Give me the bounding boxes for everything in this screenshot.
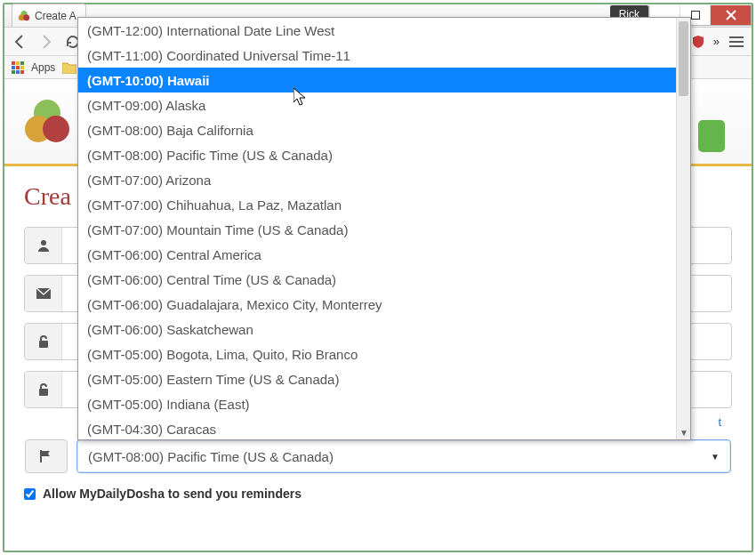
reminder-label: Allow MyDailyDosha to send you reminders xyxy=(43,487,302,501)
svg-rect-17 xyxy=(16,70,20,74)
apps-icon[interactable] xyxy=(12,61,24,74)
menu-button[interactable] xyxy=(727,32,746,52)
svg-rect-11 xyxy=(16,61,20,65)
timezone-option[interactable]: (GMT-07:00) Chihuahua, La Paz, Mazatlan xyxy=(78,192,676,217)
svg-rect-15 xyxy=(20,66,24,69)
site-logo xyxy=(20,95,74,149)
extension-shield-icon[interactable] xyxy=(690,34,706,50)
svg-rect-18 xyxy=(20,70,24,74)
timezone-option[interactable]: (GMT-08:00) Baja California xyxy=(78,117,676,142)
svg-rect-24 xyxy=(39,341,48,348)
header-green-button[interactable] xyxy=(698,120,725,152)
chevron-down-icon: ▼ xyxy=(711,452,720,462)
bookmark-folder-icon[interactable] xyxy=(62,61,76,74)
user-icon xyxy=(25,228,62,263)
timezone-option[interactable]: (GMT-05:00) Bogota, Lima, Quito, Rio Bra… xyxy=(78,342,676,366)
svg-rect-12 xyxy=(20,61,24,65)
svg-rect-14 xyxy=(16,66,20,69)
timezone-option[interactable]: (GMT-06:00) Guadalajara, Mexico City, Mo… xyxy=(78,292,676,317)
svg-rect-7 xyxy=(729,36,744,38)
timezone-dropdown: (GMT-12:00) International Date Line West… xyxy=(77,17,691,440)
svg-point-2 xyxy=(23,14,29,20)
unlock-icon xyxy=(25,372,62,407)
forward-button[interactable] xyxy=(36,32,56,52)
timezone-select[interactable]: (GMT-08:00) Pacific Time (US & Canada) ▼ xyxy=(76,439,731,473)
timezone-option[interactable]: (GMT-05:00) Eastern Time (US & Canada) xyxy=(78,366,676,391)
svg-rect-16 xyxy=(12,70,15,74)
timezone-icon-slot xyxy=(25,439,68,473)
scrollbar-thumb[interactable] xyxy=(679,21,688,96)
timezone-option[interactable]: (GMT-06:00) Central Time (US & Canada) xyxy=(78,267,676,292)
timezone-option[interactable]: (GMT-04:30) Caracas xyxy=(78,416,676,439)
dropdown-scrollbar[interactable]: ▼ xyxy=(676,18,690,439)
svg-rect-4 xyxy=(691,11,700,20)
svg-rect-10 xyxy=(12,61,15,65)
timezone-option-list: (GMT-12:00) International Date Line West… xyxy=(78,18,676,439)
timezone-selected-value: (GMT-08:00) Pacific Time (US & Canada) xyxy=(88,449,334,464)
svg-point-21 xyxy=(43,116,69,142)
timezone-option[interactable]: (GMT-08:00) Pacific Time (US & Canada) xyxy=(78,142,676,167)
svg-rect-9 xyxy=(729,45,744,47)
close-button[interactable] xyxy=(710,5,751,25)
timezone-option[interactable]: (GMT-07:00) Mountain Time (US & Canada) xyxy=(78,217,676,242)
tab-strip: Create A xyxy=(4,4,86,27)
timezone-option[interactable]: (GMT-11:00) Coordinated Universal Time-1… xyxy=(78,43,676,68)
back-button[interactable] xyxy=(10,32,29,52)
timezone-option[interactable]: (GMT-06:00) Saskatchewan xyxy=(78,317,676,342)
mail-icon xyxy=(25,276,62,311)
browser-tab[interactable]: Create A xyxy=(12,4,86,27)
tab-favicon xyxy=(18,10,30,22)
svg-point-22 xyxy=(41,240,46,245)
flag-icon xyxy=(39,449,53,463)
tab-title: Create A xyxy=(35,10,76,22)
timezone-option[interactable]: (GMT-07:00) Arizona xyxy=(78,167,676,192)
timezone-option[interactable]: (GMT-05:00) Indiana (East) xyxy=(78,391,676,416)
unlock-icon xyxy=(25,324,62,359)
toolbar-overflow-icon[interactable]: » xyxy=(713,35,720,48)
timezone-option[interactable]: (GMT-12:00) International Date Line West xyxy=(78,18,676,43)
timezone-option[interactable]: (GMT-09:00) Alaska xyxy=(78,92,676,117)
svg-rect-25 xyxy=(39,389,48,396)
inline-link[interactable]: t xyxy=(718,415,721,429)
timezone-option[interactable]: (GMT-06:00) Central America xyxy=(78,242,676,267)
svg-rect-8 xyxy=(729,41,744,43)
timezone-option[interactable]: (GMT-10:00) Hawaii xyxy=(78,68,676,92)
reminder-row[interactable]: Allow MyDailyDosha to send you reminders xyxy=(24,487,732,501)
apps-label[interactable]: Apps xyxy=(31,61,55,74)
scrollbar-down-arrow-icon[interactable]: ▼ xyxy=(680,428,688,438)
svg-rect-13 xyxy=(12,66,15,69)
reminder-checkbox[interactable] xyxy=(24,488,36,500)
